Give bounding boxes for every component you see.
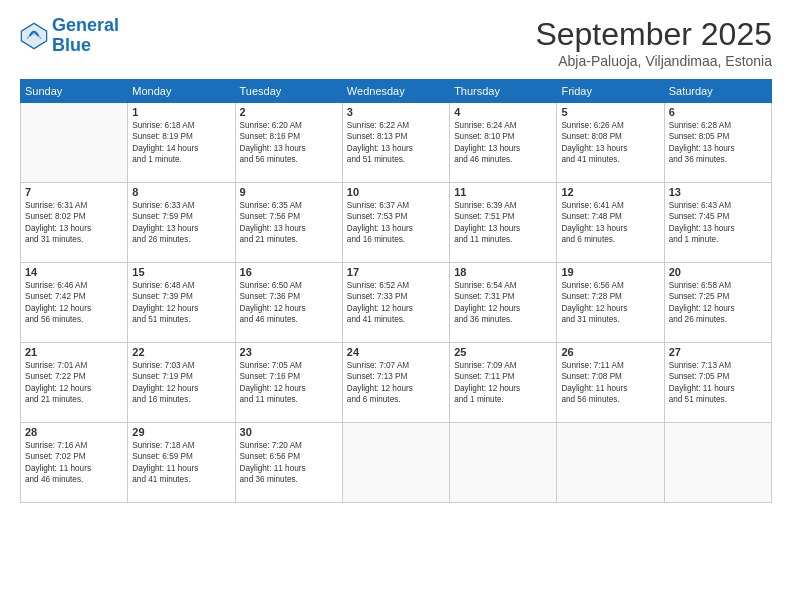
day-info: Sunrise: 7:09 AMSunset: 7:11 PMDaylight:… — [454, 360, 552, 406]
day-number: 18 — [454, 266, 552, 278]
day-info: Sunrise: 6:22 AMSunset: 8:13 PMDaylight:… — [347, 120, 445, 166]
col-thursday: Thursday — [450, 80, 557, 103]
day-number: 17 — [347, 266, 445, 278]
table-row: 29Sunrise: 7:18 AMSunset: 6:59 PMDayligh… — [128, 423, 235, 503]
day-info: Sunrise: 6:39 AMSunset: 7:51 PMDaylight:… — [454, 200, 552, 246]
week-row-3: 14Sunrise: 6:46 AMSunset: 7:42 PMDayligh… — [21, 263, 772, 343]
day-info: Sunrise: 7:01 AMSunset: 7:22 PMDaylight:… — [25, 360, 123, 406]
day-number: 10 — [347, 186, 445, 198]
table-row — [664, 423, 771, 503]
table-row: 8Sunrise: 6:33 AMSunset: 7:59 PMDaylight… — [128, 183, 235, 263]
day-info: Sunrise: 6:52 AMSunset: 7:33 PMDaylight:… — [347, 280, 445, 326]
day-info: Sunrise: 7:18 AMSunset: 6:59 PMDaylight:… — [132, 440, 230, 486]
table-row: 21Sunrise: 7:01 AMSunset: 7:22 PMDayligh… — [21, 343, 128, 423]
day-number: 1 — [132, 106, 230, 118]
col-saturday: Saturday — [664, 80, 771, 103]
table-row: 2Sunrise: 6:20 AMSunset: 8:16 PMDaylight… — [235, 103, 342, 183]
table-row: 12Sunrise: 6:41 AMSunset: 7:48 PMDayligh… — [557, 183, 664, 263]
calendar-table: Sunday Monday Tuesday Wednesday Thursday… — [20, 79, 772, 503]
table-row: 28Sunrise: 7:16 AMSunset: 7:02 PMDayligh… — [21, 423, 128, 503]
day-number: 16 — [240, 266, 338, 278]
table-row: 4Sunrise: 6:24 AMSunset: 8:10 PMDaylight… — [450, 103, 557, 183]
logo-icon — [20, 22, 48, 50]
day-number: 21 — [25, 346, 123, 358]
table-row: 23Sunrise: 7:05 AMSunset: 7:16 PMDayligh… — [235, 343, 342, 423]
day-number: 30 — [240, 426, 338, 438]
day-info: Sunrise: 7:07 AMSunset: 7:13 PMDaylight:… — [347, 360, 445, 406]
table-row: 18Sunrise: 6:54 AMSunset: 7:31 PMDayligh… — [450, 263, 557, 343]
day-info: Sunrise: 6:28 AMSunset: 8:05 PMDaylight:… — [669, 120, 767, 166]
col-friday: Friday — [557, 80, 664, 103]
table-row — [342, 423, 449, 503]
day-number: 28 — [25, 426, 123, 438]
logo: General Blue — [20, 16, 119, 56]
table-row: 13Sunrise: 6:43 AMSunset: 7:45 PMDayligh… — [664, 183, 771, 263]
day-number: 25 — [454, 346, 552, 358]
day-info: Sunrise: 6:56 AMSunset: 7:28 PMDaylight:… — [561, 280, 659, 326]
day-number: 4 — [454, 106, 552, 118]
day-number: 26 — [561, 346, 659, 358]
day-info: Sunrise: 7:05 AMSunset: 7:16 PMDaylight:… — [240, 360, 338, 406]
day-number: 9 — [240, 186, 338, 198]
table-row: 6Sunrise: 6:28 AMSunset: 8:05 PMDaylight… — [664, 103, 771, 183]
day-info: Sunrise: 7:11 AMSunset: 7:08 PMDaylight:… — [561, 360, 659, 406]
table-row: 3Sunrise: 6:22 AMSunset: 8:13 PMDaylight… — [342, 103, 449, 183]
day-info: Sunrise: 7:03 AMSunset: 7:19 PMDaylight:… — [132, 360, 230, 406]
day-number: 24 — [347, 346, 445, 358]
col-wednesday: Wednesday — [342, 80, 449, 103]
day-info: Sunrise: 6:20 AMSunset: 8:16 PMDaylight:… — [240, 120, 338, 166]
table-row — [557, 423, 664, 503]
day-number: 7 — [25, 186, 123, 198]
week-row-1: 1Sunrise: 6:18 AMSunset: 8:19 PMDaylight… — [21, 103, 772, 183]
day-number: 15 — [132, 266, 230, 278]
day-info: Sunrise: 6:41 AMSunset: 7:48 PMDaylight:… — [561, 200, 659, 246]
day-info: Sunrise: 6:48 AMSunset: 7:39 PMDaylight:… — [132, 280, 230, 326]
day-number: 20 — [669, 266, 767, 278]
day-number: 6 — [669, 106, 767, 118]
day-info: Sunrise: 7:16 AMSunset: 7:02 PMDaylight:… — [25, 440, 123, 486]
logo-text: General Blue — [52, 16, 119, 56]
day-info: Sunrise: 6:35 AMSunset: 7:56 PMDaylight:… — [240, 200, 338, 246]
week-row-2: 7Sunrise: 6:31 AMSunset: 8:02 PMDaylight… — [21, 183, 772, 263]
day-number: 19 — [561, 266, 659, 278]
col-sunday: Sunday — [21, 80, 128, 103]
day-number: 2 — [240, 106, 338, 118]
table-row: 11Sunrise: 6:39 AMSunset: 7:51 PMDayligh… — [450, 183, 557, 263]
table-row: 22Sunrise: 7:03 AMSunset: 7:19 PMDayligh… — [128, 343, 235, 423]
calendar-header-row: Sunday Monday Tuesday Wednesday Thursday… — [21, 80, 772, 103]
day-number: 5 — [561, 106, 659, 118]
table-row: 27Sunrise: 7:13 AMSunset: 7:05 PMDayligh… — [664, 343, 771, 423]
table-row: 5Sunrise: 6:26 AMSunset: 8:08 PMDaylight… — [557, 103, 664, 183]
day-number: 22 — [132, 346, 230, 358]
day-info: Sunrise: 6:26 AMSunset: 8:08 PMDaylight:… — [561, 120, 659, 166]
day-number: 11 — [454, 186, 552, 198]
table-row: 7Sunrise: 6:31 AMSunset: 8:02 PMDaylight… — [21, 183, 128, 263]
table-row — [450, 423, 557, 503]
day-number: 23 — [240, 346, 338, 358]
table-row: 16Sunrise: 6:50 AMSunset: 7:36 PMDayligh… — [235, 263, 342, 343]
day-number: 12 — [561, 186, 659, 198]
table-row: 19Sunrise: 6:56 AMSunset: 7:28 PMDayligh… — [557, 263, 664, 343]
day-info: Sunrise: 6:31 AMSunset: 8:02 PMDaylight:… — [25, 200, 123, 246]
week-row-5: 28Sunrise: 7:16 AMSunset: 7:02 PMDayligh… — [21, 423, 772, 503]
day-number: 13 — [669, 186, 767, 198]
table-row: 30Sunrise: 7:20 AMSunset: 6:56 PMDayligh… — [235, 423, 342, 503]
table-row: 14Sunrise: 6:46 AMSunset: 7:42 PMDayligh… — [21, 263, 128, 343]
table-row: 1Sunrise: 6:18 AMSunset: 8:19 PMDaylight… — [128, 103, 235, 183]
title-area: September 2025 Abja-Paluoja, Viljandimaa… — [535, 16, 772, 69]
day-number: 3 — [347, 106, 445, 118]
day-info: Sunrise: 6:46 AMSunset: 7:42 PMDaylight:… — [25, 280, 123, 326]
day-number: 29 — [132, 426, 230, 438]
table-row: 25Sunrise: 7:09 AMSunset: 7:11 PMDayligh… — [450, 343, 557, 423]
logo-blue-text: Blue — [52, 36, 119, 56]
logo-general-text: General — [52, 15, 119, 35]
month-title: September 2025 — [535, 16, 772, 53]
day-info: Sunrise: 6:50 AMSunset: 7:36 PMDaylight:… — [240, 280, 338, 326]
day-info: Sunrise: 6:18 AMSunset: 8:19 PMDaylight:… — [132, 120, 230, 166]
table-row — [21, 103, 128, 183]
table-row: 15Sunrise: 6:48 AMSunset: 7:39 PMDayligh… — [128, 263, 235, 343]
day-info: Sunrise: 6:43 AMSunset: 7:45 PMDaylight:… — [669, 200, 767, 246]
day-info: Sunrise: 6:33 AMSunset: 7:59 PMDaylight:… — [132, 200, 230, 246]
table-row: 20Sunrise: 6:58 AMSunset: 7:25 PMDayligh… — [664, 263, 771, 343]
day-info: Sunrise: 7:20 AMSunset: 6:56 PMDaylight:… — [240, 440, 338, 486]
